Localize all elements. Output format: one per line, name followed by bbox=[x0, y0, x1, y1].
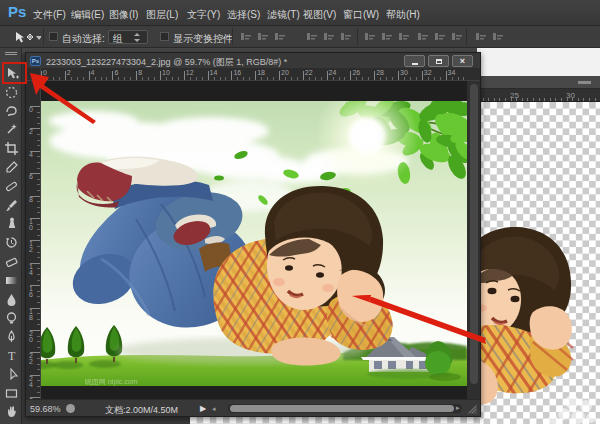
svg-text:T: T bbox=[8, 349, 16, 363]
svg-text:昵图网 nipic.com: 昵图网 nipic.com bbox=[85, 378, 138, 386]
